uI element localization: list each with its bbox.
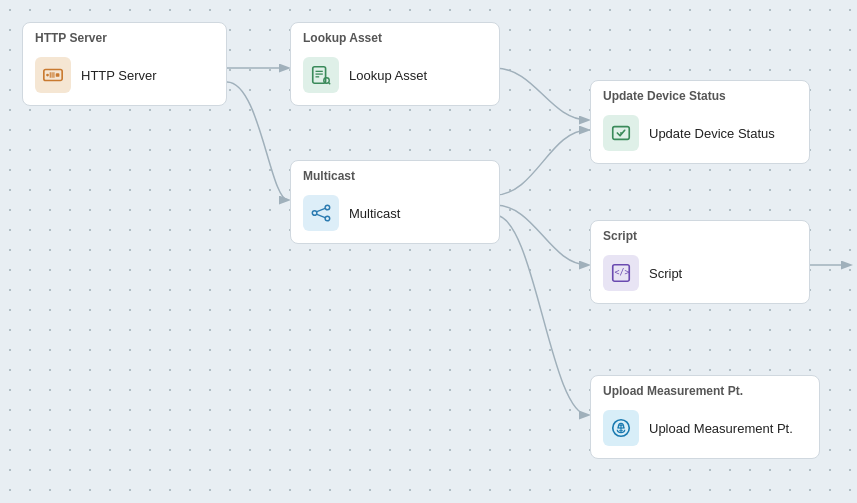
svg-point-2 [46,74,49,77]
upload-measurement-label: Upload Measurement Pt. [649,421,793,436]
upload-measurement-icon [603,410,639,446]
lookup-asset-header: Lookup Asset [291,23,499,49]
svg-point-15 [325,216,330,221]
svg-point-14 [325,205,330,210]
multicast-node: Multicast Multicast [290,160,500,244]
upload-measurement-header: Upload Measurement Pt. [591,376,819,402]
multicast-header: Multicast [291,161,499,187]
lookup-asset-label: Lookup Asset [349,68,427,83]
svg-line-17 [317,214,325,217]
svg-rect-6 [56,73,60,77]
http-server-icon [35,57,71,93]
update-device-status-header: Update Device Status [591,81,809,107]
update-device-status-icon [603,115,639,151]
svg-line-16 [317,208,325,211]
multicast-icon [303,195,339,231]
lookup-asset-node: Lookup Asset Lookup Asset [290,22,500,106]
upload-measurement-node: Upload Measurement Pt. Upload Measuremen… [590,375,820,459]
script-icon: </> [603,255,639,291]
svg-point-13 [312,211,317,216]
multicast-label: Multicast [349,206,400,221]
update-device-status-node: Update Device Status Update Device Statu… [590,80,810,164]
script-header: Script [591,221,809,247]
update-device-status-label: Update Device Status [649,126,775,141]
svg-text:</>: </> [615,267,630,277]
http-server-header: HTTP Server [23,23,226,49]
lookup-asset-icon [303,57,339,93]
http-server-node: HTTP Server HTTP Server [22,22,227,106]
script-label: Script [649,266,682,281]
svg-point-19 [620,132,622,134]
script-node: Script </> Script [590,220,810,304]
svg-line-12 [329,83,331,85]
http-server-label: HTTP Server [81,68,157,83]
